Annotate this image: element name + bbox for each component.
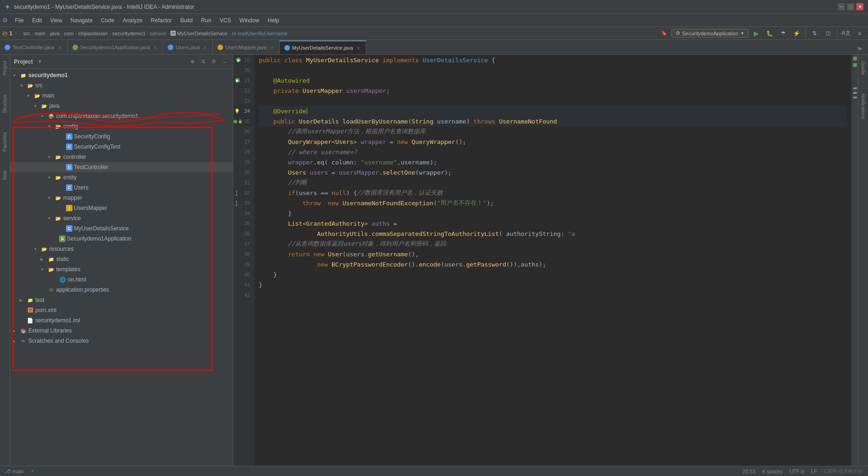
minimize-panel-btn[interactable]: –	[220, 57, 229, 66]
breadcrumb-loaduserbyusername[interactable]: m loadUserByUsername	[232, 31, 288, 36]
tab-close-securitydemo1app[interactable]: ✕	[152, 45, 158, 50]
locate-file-btn[interactable]: ⊕	[188, 57, 197, 66]
tree-item-usersmapper[interactable]: I UsersMapper	[10, 203, 233, 213]
translate-button[interactable]: A文	[840, 27, 852, 39]
status-line-col: 25:53	[743, 469, 756, 474]
vcs-button[interactable]: ⇅	[809, 27, 821, 39]
debug-button[interactable]: 🐛	[763, 27, 776, 39]
run-config-dropdown[interactable]: ⚙ SecuritydemoApplication ▼	[671, 29, 749, 38]
tree-arrow-entity	[47, 175, 53, 180]
structure-side-tab[interactable]: Structure	[1, 91, 9, 117]
tree-item-extlibs[interactable]: 📚 External Libraries	[10, 326, 233, 336]
tree-item-securitydemo1app[interactable]: S Securitydemo1Application	[10, 234, 233, 244]
menu-refactor[interactable]: Refactor	[147, 16, 176, 25]
tree-item-src[interactable]: 📂 src	[10, 80, 233, 91]
menu-window[interactable]: Window	[236, 16, 263, 25]
close-button[interactable]: ✕	[856, 3, 863, 10]
tab-close-myuserdetailsservice[interactable]: ✕	[355, 46, 361, 51]
recent-files-button[interactable]: ≫	[854, 42, 866, 54]
tree-arrow-resources	[33, 247, 39, 251]
right-scroll-gutter[interactable]	[851, 55, 858, 466]
menu-vcs[interactable]: VCS	[216, 16, 235, 25]
tab-securitydemo1application[interactable]: Securitydemo1Application.java ✕	[68, 40, 163, 54]
code-line-39: new BCryptPasswordEncoder().encode(users…	[259, 259, 847, 269]
tab-close-usersmapper[interactable]: ✕	[269, 45, 275, 50]
tab-myuserdetailsservice[interactable]: MyUserDetailsService.java ✕	[280, 40, 366, 54]
breadcrumb-main[interactable]: main	[34, 31, 46, 36]
java-icon-testcontroller: C	[66, 164, 72, 170]
notifications-side-tab[interactable]: Notifications	[859, 90, 867, 123]
menu-help[interactable]: Help	[264, 16, 283, 25]
tree-item-users[interactable]: C Users	[10, 183, 233, 193]
maximize-button[interactable]: □	[847, 3, 854, 10]
panel-dropdown-arrow[interactable]: ▼	[38, 59, 42, 64]
tree-item-static[interactable]: 📁 static	[10, 254, 233, 264]
settings-btn[interactable]: ⚙	[209, 57, 218, 66]
tree-item-controller[interactable]: 📂 controller	[10, 152, 233, 162]
tab-close-testcontroller[interactable]: ✕	[57, 45, 63, 50]
code-line-31: //判断	[259, 177, 847, 188]
project-side-tab[interactable]: Project	[1, 57, 9, 79]
tree-item-templates[interactable]: 📂 templates	[10, 264, 233, 274]
code-line-29: wrapper.eq( column: "username",username)…	[259, 157, 847, 167]
tab-usersmapper[interactable]: UsersMapper.java ✕	[213, 40, 280, 54]
tree-item-appprops[interactable]: ⚙ application.properties	[10, 285, 233, 295]
line-26: 26	[233, 126, 254, 137]
tree-item-config[interactable]: 📂 config	[10, 121, 233, 131]
expand-all-btn[interactable]: ⇅	[198, 57, 208, 66]
breadcrumb-src[interactable]: src	[23, 31, 30, 36]
bookmark-btn[interactable]: 🔖	[658, 27, 670, 39]
extra-button[interactable]: ≡	[854, 27, 866, 39]
tree-item-entity[interactable]: 📂 entity	[10, 172, 233, 183]
tree-item-main[interactable]: 📂 main	[10, 91, 233, 101]
tab-close-users[interactable]: ✕	[202, 45, 208, 50]
line-35: 35	[233, 218, 254, 228]
menu-file[interactable]: File	[11, 16, 27, 25]
tree-item-test[interactable]: 📁 test	[10, 295, 233, 305]
run-button[interactable]: ▶	[750, 27, 762, 39]
tree-item-onhtml[interactable]: 🌐 on.html	[10, 274, 233, 285]
gradle-side-tab[interactable]: Gradle	[859, 57, 867, 78]
breadcrumb-securitydemo1[interactable]: securitydemo1	[112, 31, 145, 36]
menu-view[interactable]: View	[46, 16, 66, 25]
folder-icon-mapper: 📂	[54, 194, 62, 202]
tree-item-scratches[interactable]: ✏ Scratches and Consoles	[10, 336, 233, 346]
tree-item-mapper[interactable]: 📂 mapper	[10, 193, 233, 203]
minimize-button[interactable]: ─	[838, 3, 845, 10]
tree-item-package[interactable]: 📦 com.chijiaodaxian.securitydemo1	[10, 111, 233, 121]
breadcrumb-service[interactable]: service	[150, 31, 166, 36]
favorites-side-tab[interactable]: Favorites	[1, 129, 9, 155]
tree-item-pomxml[interactable]: 🅼 pom.xml	[10, 305, 233, 315]
tree-item-resources[interactable]: 📂 resources	[10, 244, 233, 254]
profile-button[interactable]: ⚡	[790, 27, 802, 39]
tree-label-scratches: Scratches and Consoles	[28, 338, 89, 344]
tree-item-securityconfig[interactable]: C SecurityConfig	[10, 131, 233, 142]
breadcrumb-java[interactable]: java	[50, 31, 59, 36]
tree-item-testcontroller[interactable]: C TestController	[10, 162, 233, 172]
breadcrumb-myuserdetailsservice[interactable]: 🅼 MyUserDetailsService	[171, 31, 227, 36]
tree-item-iml[interactable]: 📄 securitydemo1.iml	[10, 315, 233, 326]
bookmark2-button[interactable]: ◫	[822, 27, 834, 39]
cursor-caret	[307, 108, 307, 114]
code-area[interactable]: public class MyUserDetailsService implem…	[254, 55, 851, 466]
tab-testcontroller[interactable]: TestController.java ✕	[0, 40, 68, 54]
line-25: ⬤ 🔒 25	[233, 116, 254, 126]
menu-run[interactable]: Run	[197, 16, 215, 25]
tree-item-securitydemo1[interactable]: 📁 securitydemo1	[10, 70, 233, 80]
breadcrumb-com[interactable]: com	[64, 31, 74, 36]
line-20: 20	[233, 65, 254, 75]
tree-item-service[interactable]: 📂 service	[10, 213, 233, 223]
tree-item-java[interactable]: 📂 java	[10, 101, 233, 111]
tree-item-securityconfigtest[interactable]: C SecurityConfigTest	[10, 142, 233, 152]
tab-users[interactable]: Users.java ✕	[163, 40, 213, 54]
menu-analyze[interactable]: Analyze	[119, 16, 146, 25]
menu-build[interactable]: Build	[177, 16, 197, 25]
line-30: 30	[233, 167, 254, 177]
breadcrumb-chijiaodaxian[interactable]: chijiaodaxian	[78, 31, 108, 36]
menu-navigate[interactable]: Navigate	[67, 16, 96, 25]
tree-item-myuserdetailsservice[interactable]: C MyUserDetailsService	[10, 223, 233, 234]
menu-code[interactable]: Code	[97, 16, 118, 25]
coverage-button[interactable]: ☂	[777, 27, 789, 39]
menu-edit[interactable]: Edit	[28, 16, 46, 25]
web-side-tab[interactable]: Web	[1, 167, 9, 183]
